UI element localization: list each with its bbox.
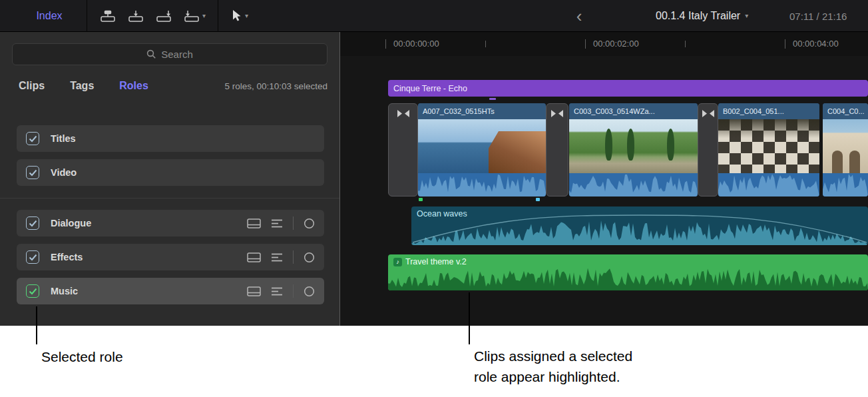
ruler-timecode: 00:00:00:00 (393, 39, 439, 49)
clip-name: C004_C0... (823, 103, 868, 119)
search-placeholder: Search (161, 49, 193, 60)
clip-name: C003_C003_0514WZa... (569, 103, 698, 119)
caption-selected-role: Selected role (41, 346, 123, 367)
checkbox-checked-icon[interactable] (26, 216, 39, 230)
subroles-icon[interactable] (271, 252, 283, 262)
checkbox-checked-icon[interactable] (26, 132, 39, 145)
checkbox-checked-icon[interactable] (26, 284, 39, 298)
role-label: Dialogue (51, 218, 91, 228)
role-label: Titles (51, 133, 76, 144)
index-label: Index (36, 10, 62, 22)
focus-icon[interactable] (304, 286, 315, 297)
tab-roles[interactable]: Roles (119, 80, 148, 92)
connect-edit-button[interactable] (99, 9, 116, 23)
cross-dissolve-transition[interactable] (388, 103, 418, 197)
clip-name: B002_C004_051... (718, 103, 819, 119)
timeline-back-button[interactable]: ‹ (571, 0, 587, 32)
video-clip[interactable]: C004_C0... (823, 103, 868, 197)
tab-clips[interactable]: Clips (19, 80, 45, 92)
video-clip[interactable]: A007_C032_0515HTs (418, 103, 546, 197)
toolbar-separator (87, 0, 87, 32)
title-clip[interactable]: Cinque Terre - Echo (388, 80, 868, 97)
overwrite-edit-button[interactable]: ▾ (183, 9, 206, 23)
video-clip[interactable]: B002_C004_051... (718, 103, 819, 197)
cross-dissolve-transition[interactable] (698, 103, 718, 197)
focus-icon[interactable] (304, 252, 315, 263)
thumbnail-tree (605, 129, 612, 161)
role-row-music[interactable]: Music (17, 278, 324, 304)
audio-clip-ocean-waves[interactable]: Ocean waves (411, 206, 868, 245)
role-group-divider (0, 198, 339, 198)
ruler-tick (785, 39, 785, 49)
cross-dissolve-transition[interactable] (546, 103, 568, 197)
chevron-down-icon: ▾ (745, 13, 748, 19)
ruler-timecode: 00:00:04:00 (793, 39, 839, 49)
clip-thumbnail (569, 119, 698, 173)
chevron-down-icon[interactable]: ▾ (202, 13, 206, 19)
clip-marker-cyan (536, 198, 540, 201)
music-role-icon: ♪ (393, 258, 402, 266)
callout-line-selected-role (36, 306, 37, 344)
project-title-menu[interactable]: 00.1.4 Italy Trailer ▾ (656, 0, 748, 32)
back-chevron-icon: ‹ (576, 6, 582, 27)
checkmark-icon (29, 169, 37, 177)
checkmark-icon (29, 254, 37, 261)
role-row-effects[interactable]: Effects (17, 244, 324, 270)
panel-divider[interactable] (339, 32, 340, 326)
minimize-lanes-icon[interactable] (247, 252, 261, 262)
clip-audio-waveform (569, 173, 698, 197)
clip-thumbnail (718, 119, 819, 173)
clip-marker-green (419, 198, 423, 201)
checkbox-checked-icon[interactable] (26, 166, 39, 179)
fade-envelope[interactable] (411, 206, 868, 245)
title-marker (489, 98, 496, 100)
minimize-lanes-icon[interactable] (247, 218, 261, 228)
role-controls (247, 216, 315, 230)
transition-icon (551, 110, 563, 117)
role-row-titles[interactable]: Titles (17, 125, 324, 152)
timeline: 00:00:00:00 00:00:02:00 00:00:04:00 Cinq… (340, 32, 868, 326)
role-row-dialogue[interactable]: Dialogue (17, 210, 324, 236)
thumbnail-arch (832, 151, 843, 173)
selection-summary: 5 roles, 00:10:03 selected (224, 81, 327, 91)
timeline-index-panel: Search Clips Tags Roles 5 roles, 00:10:0… (0, 32, 339, 326)
video-clip[interactable]: C003_C003_0514WZa... (569, 103, 698, 197)
append-edit-button[interactable] (155, 9, 172, 23)
clip-audio-waveform (718, 173, 819, 197)
duration-timecode: 07:11 / 21:16 (789, 0, 868, 32)
clip-audio-waveform (823, 173, 868, 197)
audio-clip-travel-theme[interactable]: ♪ Travel theme v.2 (388, 254, 868, 290)
thumbnail-tree (667, 129, 674, 161)
role-row-video[interactable]: Video (17, 159, 324, 186)
thumbnail-arch (849, 151, 860, 173)
select-tool-button[interactable]: ▾ (232, 9, 248, 22)
insert-edit-icon (127, 9, 144, 23)
index-button[interactable]: Index (12, 0, 87, 32)
timeline-ruler[interactable]: 00:00:00:00 00:00:02:00 00:00:04:00 (340, 32, 868, 56)
clip-thumbnail (823, 119, 868, 173)
timecode-value: 07:11 / 21:16 (789, 11, 847, 22)
audio-clip-label: Travel theme v.2 (405, 257, 467, 266)
thumbnail-tree (627, 129, 634, 161)
chevron-down-icon: ▾ (245, 13, 248, 19)
subroles-icon[interactable] (271, 286, 283, 296)
minimize-lanes-icon[interactable] (247, 286, 261, 296)
search-input[interactable]: Search (12, 43, 327, 65)
subroles-icon[interactable] (271, 218, 283, 228)
thumbnail-shade (718, 119, 819, 173)
focus-icon[interactable] (304, 218, 315, 229)
ruler-tick (385, 39, 386, 49)
search-icon (146, 49, 156, 59)
audio-clip-label: Ocean waves (417, 209, 467, 218)
checkbox-checked-icon[interactable] (26, 250, 39, 264)
role-controls (247, 284, 315, 298)
ruler-tick (685, 41, 686, 47)
tab-tags[interactable]: Tags (70, 80, 94, 92)
controls-divider (293, 250, 294, 264)
thumbnail-cliff (489, 131, 546, 173)
append-edit-icon (155, 9, 172, 23)
checkmark-icon (29, 220, 37, 227)
ruler-tick (585, 39, 586, 49)
insert-edit-button[interactable] (127, 9, 144, 23)
caption-line-1: Clips assigned a selected (474, 346, 632, 366)
